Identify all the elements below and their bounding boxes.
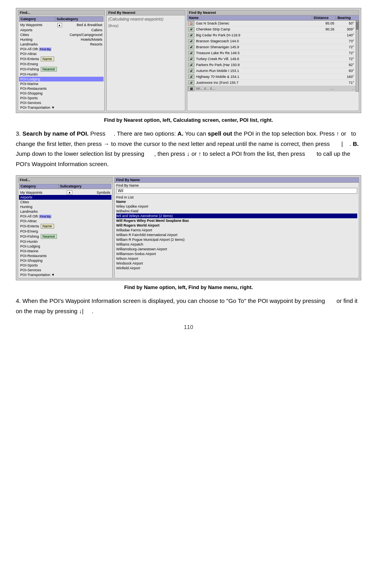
poi-row-2: 🏕 Cherokee Strip Camp 90.26 309° <box>187 26 356 32</box>
cat-poi-emerg[interactable]: POI-Emerg <box>19 62 104 66</box>
poi-icon-4: 🏕 <box>188 39 194 43</box>
cat-poi-all[interactable]: POI-All Oth Find By <box>19 47 104 51</box>
cat-b-poi-emerg[interactable]: POI-Emerg <box>19 229 111 234</box>
cat-cities[interactable]: CitiesCamps/Campground <box>19 32 104 37</box>
poi-row-5: 🏕 Branson Shenanigan 145.9 72° <box>187 44 356 50</box>
find-panel-bottom: Find... Category Subcategory My Waypoint… <box>18 177 113 278</box>
find-by-name-label: Find By Name <box>116 183 357 187</box>
name-item-8[interactable]: William R Pogue Municipal Airport (2 ite… <box>116 237 357 242</box>
find-name-col-header: Name <box>116 200 357 204</box>
cat-poi-attrac[interactable]: POI-Attrac <box>19 51 104 56</box>
top-screenshots-row: Find... Category Subcategory My Waypoint… <box>16 8 361 113</box>
cat-b-poi-shopping[interactable]: POI-Shopping <box>19 258 111 263</box>
cat-b-poi-attrac[interactable]: POI-Attrac <box>19 219 111 223</box>
category-list-bottom: My Waypoints▲Symbols Airports Cities Hun… <box>19 190 111 277</box>
cat-poi-lodging[interactable]: POI-Lodging <box>19 77 104 81</box>
cat-b-poi-enterta[interactable]: POI-Enterta Name <box>19 223 111 229</box>
cat-b-poi-huntin[interactable]: POI-Huntin <box>19 239 111 244</box>
cat-b-poi-sports[interactable]: POI-Sports <box>19 263 111 268</box>
cat-b-hunting[interactable]: Hunting <box>19 204 111 209</box>
poi-row-8: 🏕 Parkers Rv Park (Har 150.8 82° <box>187 62 356 68</box>
cat-b-poi-restaurants[interactable]: POI-Restaurants <box>19 253 111 258</box>
calc-text: (Calculating nearest waypoints) <box>108 17 183 21</box>
name-item-9[interactable]: Williams Airpatch <box>116 242 357 247</box>
find-panel-bottom-header: Find... <box>18 178 112 183</box>
poi-list-panel-top: Find By Nearest Name Distance Bearing ⛽ … <box>187 10 359 111</box>
poi-icon-6: 🏕 <box>188 51 194 55</box>
find-in-list-label: Find In List <box>116 195 357 199</box>
name-item-13[interactable]: Windsock Airport <box>116 261 357 266</box>
poi-row-7: 🏕 Turkey Creek Rv Vill. 149.8 72° <box>187 56 356 62</box>
cat-poi-fishing[interactable]: POI-Fishing Nearest <box>19 66 104 72</box>
find-by-name-input-display[interactable]: Wil <box>116 188 357 194</box>
poi-icon-12: ⬛ <box>188 86 194 91</box>
cat-b-my-waypoints[interactable]: My Waypoints▲Symbols <box>19 190 111 195</box>
name-item-4[interactable]: Will Rogers Wiley Post Meml Seaplane Bas <box>116 218 357 223</box>
cat-poi-services[interactable]: POI-Services <box>19 100 104 105</box>
scrollbar-thumb-top[interactable] <box>356 22 358 30</box>
cat-poi-marine[interactable]: POI-Marine <box>19 81 104 86</box>
cat-airports[interactable]: AirportsCabins <box>19 28 104 32</box>
cat-poi-huntin[interactable]: POI-Huntin <box>19 72 104 77</box>
subcategory-col-header-b: Subcategory <box>58 184 111 189</box>
poi-icon-9: 🏕 <box>188 68 194 73</box>
busy-text: (Busy) <box>107 23 185 28</box>
name-item-14[interactable]: Winfield Airport <box>116 266 357 270</box>
find-by-name-header: Find By Name <box>115 178 359 183</box>
poi-icon-1: ⛽ <box>188 21 194 26</box>
cat-poi-sports[interactable]: POI-Sports <box>19 96 104 100</box>
section4-text: 4. When the POI's Waypoint Information s… <box>16 296 361 316</box>
category-col-header: Category <box>19 17 55 22</box>
cat-my-waypoints[interactable]: My Waypoints▲Bed & Breakfast <box>19 23 104 28</box>
name-item-1[interactable]: Wiley Updike Airport <box>116 204 357 209</box>
poi-row-6: 🏕 Treasure Lake Rv Re 149.5 72° <box>187 50 356 56</box>
cat-b-poi-lodging[interactable]: POI-Lodging <box>19 244 111 249</box>
cat-b-poi-services[interactable]: POI-Services <box>19 268 111 272</box>
cat-b-landmarks[interactable]: Landmarks <box>19 209 111 214</box>
cat-b-poi-marine[interactable]: POI-Marine <box>19 249 111 253</box>
cat-hunting[interactable]: HuntingHotels/Motels <box>19 37 104 42</box>
poi-icon-8: 🏕 <box>188 62 194 67</box>
bottom-caption: Find by Name option, left, Find by Name … <box>16 284 361 290</box>
name-item-6[interactable]: Willadae Farms Airport <box>116 228 357 233</box>
poi-col-name: Name <box>187 15 312 20</box>
scrollbar-top[interactable] <box>356 21 359 92</box>
section3-text: 3. Search by name of POI. Press . There … <box>16 129 361 169</box>
find-panel-top-header: Find... <box>18 10 104 15</box>
cat-b-poi-fishing[interactable]: POI-Fishing Nearest <box>19 234 111 239</box>
poi-row-1: ⛽ Gas N Snack (Senec 85.05 50° <box>187 21 356 26</box>
name-item-5[interactable]: Will Rogers World Airport <box>116 223 357 228</box>
cat-landmarks[interactable]: LandmarksResorts <box>19 42 104 47</box>
poi-icon-11: 🏕 <box>188 80 194 85</box>
calc-panel-top: Find By Nearest (Calculating nearest way… <box>106 10 185 111</box>
category-list-top: My Waypoints▲Bed & Breakfast AirportsCab… <box>19 23 104 110</box>
calc-panel-header: Find By Nearest <box>107 10 185 15</box>
cat-poi-transportation[interactable]: POI-Transportation ▼ <box>19 105 104 110</box>
cat-poi-restaurants[interactable]: POI-Restaurants <box>19 86 104 91</box>
name-item-11[interactable]: Williamson-Sodus Airport <box>116 251 357 256</box>
name-item-2[interactable]: Wilhelmi Field <box>116 209 357 214</box>
name-item-10[interactable]: Williamsburg-Jamestown Airport <box>116 247 357 251</box>
poi-row-4: 🏕 Branson Stagecoach 144.0 73° <box>187 38 356 44</box>
cat-b-airports[interactable]: Airports <box>19 195 111 200</box>
name-item-3[interactable]: Wil and Wileys Aerodrome (2 items) <box>116 214 357 218</box>
poi-icon-2: 🏕 <box>188 27 194 32</box>
poi-col-distance: Distance <box>312 15 336 20</box>
find-panel-top: Find... Category Subcategory My Waypoint… <box>18 10 105 111</box>
cat-b-cities[interactable]: Cities <box>19 200 111 204</box>
cat-poi-shopping[interactable]: POI-Shopping <box>19 91 104 96</box>
find-by-name-panel: Find By Name Find By Name Wil Find In Li… <box>114 177 359 278</box>
poi-col-bearing: Bearing <box>336 15 356 20</box>
poi-icon-10: 🏕 <box>188 74 194 79</box>
name-item-12[interactable]: Wilson Airport <box>116 256 357 261</box>
poi-icon-5: 🏕 <box>188 45 194 49</box>
name-item-7[interactable]: William R Fairchild International Airpor… <box>116 233 357 237</box>
poi-icon-7: 🏕 <box>188 57 194 61</box>
poi-icon-3: 🏕 <box>188 33 194 38</box>
cat-b-poi-all[interactable]: POI-All Oth Find By <box>19 214 111 219</box>
name-list: Wiley Updike Airport Wilhelmi Field Wil … <box>116 204 357 270</box>
poi-row-12: ⬛ Wi... II... Il.... ..... ... <box>187 86 356 92</box>
cat-poi-enterta[interactable]: POI-Enterta Name <box>19 56 104 62</box>
category-col-header-b: Category <box>19 184 59 189</box>
cat-b-poi-transportation[interactable]: POI-Transportation ▼ <box>19 272 111 277</box>
